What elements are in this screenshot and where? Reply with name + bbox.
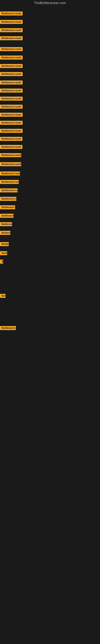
- bottleneck-item: Bottleneck result: [0, 20, 23, 25]
- bottleneck-item: B: [0, 260, 3, 264]
- bottleneck-badge: Bottleneck result: [0, 222, 12, 226]
- bottleneck-item: Bottleneck result: [0, 137, 22, 142]
- bottleneck-badge: Bottleneck result: [0, 80, 23, 84]
- bottleneck-badge: Bottleneck re: [0, 326, 16, 330]
- bottleneck-badge: Bottleneck result: [0, 113, 23, 117]
- bottleneck-badge: Bot: [0, 294, 6, 298]
- bottleneck-badge: Bottleneck result: [0, 162, 21, 166]
- bottleneck-item: Bottleneck result: [0, 72, 23, 77]
- bottleneck-badge: Bottleneck result: [0, 180, 19, 184]
- bottleneck-item: Bottleneck result: [0, 47, 23, 52]
- bottleneck-item: Bottleneck result: [0, 80, 23, 85]
- bottleneck-item: Bottleneck re: [0, 326, 16, 331]
- bottleneck-badge: Bottleneck result: [0, 137, 22, 141]
- bottleneck-badge: Bottleneck result: [0, 56, 23, 60]
- bottleneck-badge: Bottleneck result: [0, 105, 23, 109]
- bottleneck-badge: Bottleneck result: [0, 88, 23, 92]
- bottleneck-item: Bottleneck result: [0, 172, 20, 176]
- bottleneck-badge: Bottleneck result: [0, 145, 22, 149]
- bottleneck-item: Bottleneck result: [0, 113, 23, 118]
- bottleneck-item: Bottleneck result: [0, 197, 16, 202]
- bottleneck-badge: Bottleneck result: [0, 231, 10, 235]
- bottleneck-item: Bottleneck result: [0, 153, 21, 158]
- bottleneck-item: Bottleneck result: [0, 105, 23, 110]
- bottleneck-badge: Bottleneck result: [0, 172, 20, 176]
- bottleneck-badge: Bottleneck result: [0, 36, 23, 40]
- bottleneck-item: Bottleneck result: [0, 12, 23, 16]
- bottleneck-badge: Bottleneck result: [0, 72, 23, 76]
- bottleneck-badge: Bottleneck result: [0, 242, 9, 246]
- bottleneck-badge: B: [0, 260, 3, 264]
- bottleneck-item: Bottleneck result: [0, 121, 23, 126]
- bottleneck-item: Bottleneck result: [0, 162, 21, 167]
- bottleneck-badge: Bottleneck result: [0, 20, 23, 24]
- bottleneck-item: Bottleneck result: [0, 251, 7, 256]
- bottleneck-item: Bot: [0, 294, 6, 299]
- bottleneck-item: Bottleneck result: [0, 145, 22, 150]
- bottleneck-item: Bottleneck result: [0, 231, 10, 236]
- bottleneck-item: Bottleneck result: [0, 242, 9, 247]
- bottleneck-badge: Bottleneck result: [0, 129, 23, 133]
- bottleneck-item: Bottleneck result: [0, 64, 23, 69]
- bottleneck-item: Bottleneck result: [0, 214, 14, 218]
- bottleneck-badge: Bottleneck result: [0, 47, 23, 51]
- bottleneck-badge: Bottleneck result: [0, 96, 23, 100]
- bottleneck-badge: Bottleneck result: [0, 12, 23, 16]
- bottleneck-badge: Bottleneck result: [0, 214, 14, 218]
- bottleneck-item: Bottleneck result: [0, 28, 23, 33]
- site-title: TheBottlenecker.com: [0, 0, 100, 6]
- bottleneck-item: Bottleneck result: [0, 222, 12, 227]
- bottleneck-badge: Bottleneck result: [0, 153, 21, 157]
- bottleneck-item: Bottleneck result: [0, 88, 23, 94]
- bottleneck-item: Bottleneck result: [0, 180, 19, 185]
- bottleneck-badge: Bottleneck result: [0, 197, 16, 201]
- bottleneck-badge: Bottleneck result: [0, 121, 23, 125]
- bottleneck-item: Bottleneck result: [0, 36, 23, 41]
- bottleneck-badge: Bottleneck result: [0, 205, 15, 209]
- bottleneck-badge: Bottleneck result: [0, 28, 23, 32]
- bottleneck-badge: Bottleneck result: [0, 64, 23, 68]
- bottleneck-item: Bottleneck result: [0, 205, 15, 210]
- bottleneck-item: Bottleneck result: [0, 96, 23, 102]
- bottleneck-item: Bottleneck result: [0, 56, 23, 60]
- bottleneck-badge: Bottleneck result: [0, 251, 7, 255]
- bottleneck-item: Bottleneck result: [0, 188, 18, 193]
- bottleneck-item: Bottleneck result: [0, 129, 23, 134]
- bottleneck-badge: Bottleneck result: [0, 188, 18, 192]
